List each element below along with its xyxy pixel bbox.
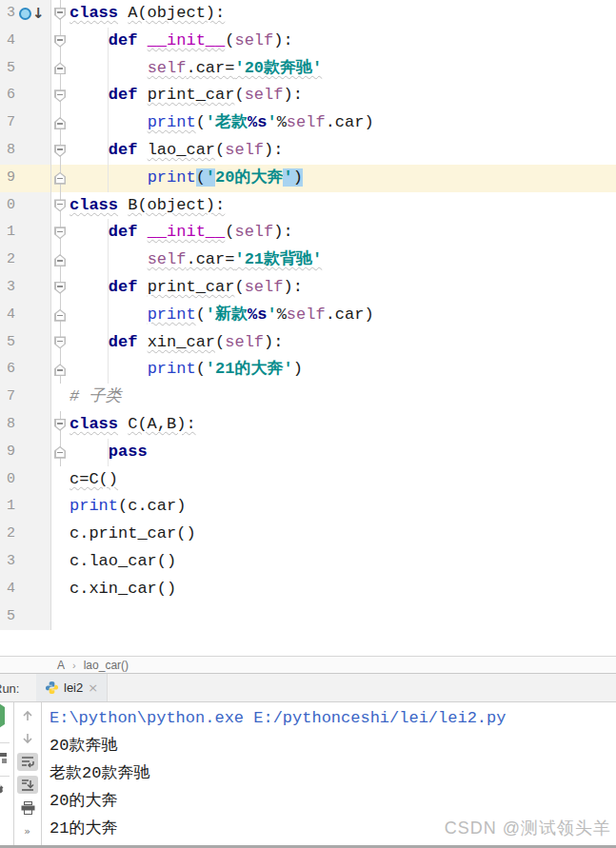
soft-wrap-icon[interactable] (17, 753, 38, 771)
fold-marker[interactable] (54, 282, 66, 294)
code-text[interactable]: print('21的大奔') (69, 356, 616, 384)
tab-lei2[interactable]: lei2 × (36, 674, 108, 701)
code-text[interactable]: def __init__(self): (69, 219, 616, 247)
breadcrumb-item-class[interactable]: A (57, 657, 65, 674)
code-text[interactable]: def print_car(self): (69, 274, 616, 302)
gutter-icons (15, 521, 51, 548)
code-token (70, 443, 109, 461)
fold-column (51, 28, 69, 55)
code-token: % (277, 113, 287, 131)
code-text[interactable]: def lao_car(self): (69, 137, 616, 165)
code-line[interactable]: 6 print('21的大奔') (0, 356, 616, 384)
code-line[interactable]: 3 def print_car(self): (0, 274, 616, 302)
code-token: ) (293, 168, 303, 187)
print-icon[interactable] (17, 799, 38, 817)
scroll-down-icon[interactable] (17, 729, 38, 747)
code-line[interactable]: 2c.print_car() (0, 521, 616, 548)
code-text[interactable]: print(c.car) (69, 493, 616, 521)
code-token: ): (283, 86, 302, 104)
fold-marker[interactable] (54, 172, 66, 185)
indent-guide (108, 356, 109, 384)
code-line[interactable]: 0c=C() (0, 466, 616, 494)
scroll-up-icon[interactable] (17, 706, 38, 724)
code-text[interactable]: c.print_car() (69, 521, 616, 548)
code-line[interactable]: 4c.xin_car() (0, 576, 616, 603)
fold-marker[interactable] (54, 145, 66, 157)
code-token: ' (267, 113, 276, 131)
gutter-icons (15, 109, 51, 137)
restore-layout-icon[interactable] (0, 751, 7, 768)
code-line[interactable]: 7# 子类 (0, 384, 616, 411)
code-text[interactable]: c.lao_car() (69, 548, 616, 576)
fold-marker[interactable] (54, 446, 66, 459)
code-text[interactable]: def xin_car(self): (69, 329, 616, 357)
code-editor[interactable]: 3↓class A(object):4 def __init__(self):5… (0, 0, 616, 656)
gutter-icons: ↓ (15, 0, 51, 28)
code-line[interactable]: 1print(c.car) (0, 493, 616, 521)
overridden-marker-icon[interactable] (19, 8, 31, 20)
code-line[interactable]: 6 def print_car(self): (0, 82, 616, 109)
code-line[interactable]: 3↓class A(object): (0, 0, 616, 28)
console-output-line: 20款奔驰 (50, 732, 616, 759)
fold-column (51, 82, 69, 109)
code-text[interactable]: print('新款%s'%self.car) (69, 302, 616, 329)
code-text[interactable]: pass (69, 439, 616, 466)
divider (0, 742, 10, 743)
more-chevrons-icon[interactable]: » (17, 822, 38, 840)
navigate-down-icon[interactable]: ↓ (32, 8, 45, 20)
code-line[interactable]: 8 def lao_car(self): (0, 137, 616, 165)
fold-marker[interactable] (54, 89, 66, 102)
fold-marker[interactable] (54, 364, 66, 376)
fold-column (51, 302, 69, 329)
code-text[interactable]: self.car='21款背驰' (69, 247, 616, 274)
code-line[interactable]: 0class B(object): (0, 192, 616, 220)
code-text[interactable]: class A(object): (69, 0, 616, 28)
code-text[interactable]: self.car='20款奔驰' (69, 55, 616, 83)
code-text[interactable] (69, 603, 616, 631)
indent-guide (108, 82, 109, 109)
code-line[interactable]: 9 print('20的大奔') (0, 165, 616, 192)
fold-marker[interactable] (54, 419, 66, 431)
fold-marker[interactable] (54, 62, 66, 74)
fold-marker[interactable] (54, 254, 66, 266)
code-text[interactable]: class B(object): (69, 192, 616, 220)
watermark-text: CSDN @测试领头羊 (445, 817, 611, 839)
code-line[interactable]: 5 self.car='20款奔驰' (0, 55, 616, 83)
code-line[interactable]: 5 def xin_car(self): (0, 329, 616, 357)
code-text[interactable]: print('老款%s'%self.car) (69, 109, 616, 137)
fold-marker[interactable] (54, 227, 66, 239)
code-line[interactable]: 1 def __init__(self): (0, 219, 616, 247)
code-text[interactable]: print('20的大奔') (69, 165, 616, 192)
code-text[interactable]: class C(A,B): (69, 411, 616, 439)
code-line[interactable]: 8class C(A,B): (0, 411, 616, 439)
code-line[interactable]: 4 def __init__(self): (0, 28, 616, 55)
code-line[interactable]: 5 (0, 603, 616, 631)
code-line[interactable]: 3c.lao_car() (0, 548, 616, 576)
line-number: 9 (0, 165, 15, 192)
code-text[interactable]: c.xin_car() (69, 576, 616, 603)
code-line[interactable]: 7 print('老款%s'%self.car) (0, 109, 616, 137)
code-line[interactable]: 9 pass (0, 439, 616, 466)
line-number: 3 (0, 548, 15, 576)
code-token: ): (264, 333, 283, 351)
close-icon[interactable]: × (88, 680, 98, 695)
fold-marker[interactable] (54, 8, 66, 20)
code-text[interactable]: # 子类 (69, 384, 616, 411)
pin-icon[interactable] (0, 784, 7, 801)
gutter-icons (15, 356, 51, 384)
fold-marker[interactable] (54, 117, 66, 129)
code-line[interactable]: 4 print('新款%s'%self.car) (0, 302, 616, 329)
code-text[interactable]: c=C() (69, 466, 616, 494)
scroll-to-end-icon[interactable] (17, 776, 38, 794)
fold-column (51, 55, 69, 83)
code-text[interactable]: def print_car(self): (69, 82, 616, 109)
fold-marker[interactable] (54, 35, 66, 48)
fold-marker[interactable] (54, 199, 66, 211)
code-text[interactable]: def __init__(self): (69, 28, 616, 55)
fold-marker[interactable] (54, 309, 66, 322)
breadcrumb-item-method[interactable]: lao_car() (84, 657, 129, 674)
rerun-button[interactable] (0, 707, 5, 724)
code-token: print_car (148, 86, 235, 104)
fold-marker[interactable] (54, 336, 66, 348)
code-line[interactable]: 2 self.car='21款背驰' (0, 247, 616, 274)
